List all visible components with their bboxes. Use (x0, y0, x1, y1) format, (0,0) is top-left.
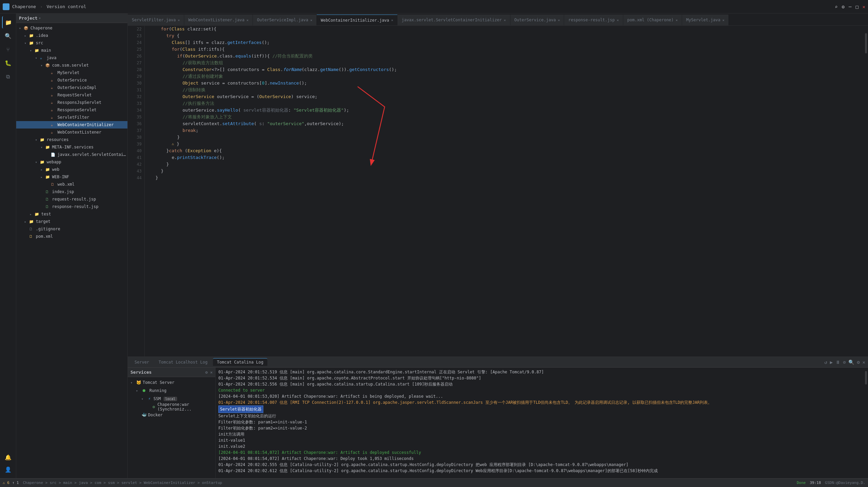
tree-item-javax-servlet[interactable]: ▸ 📄 javax.servlet.ServletContainerInitia… (16, 151, 127, 158)
tree-item-target[interactable]: ▸ 📁 target (16, 218, 127, 225)
tree-item-pom-xml[interactable]: ▸ 🗋 pom.xml (16, 233, 127, 240)
close-tab-myservlet[interactable]: ✕ (722, 18, 724, 22)
main-layout: 📁 🔍 ⑂ 🐛 ⧉ 🔔 👤 Project ▾ ▾ 📦 Chaperone ▸ … (0, 14, 868, 478)
tab-response-result-jsp[interactable]: response-result.jsp ✕ (564, 15, 623, 25)
settings-panel-icon[interactable]: ⚙ (857, 360, 860, 365)
done-status: Done (797, 481, 806, 485)
tab-tomcat-localhost-log[interactable]: Tomcat Localhost Log (154, 358, 212, 366)
service-running[interactable]: ▾ Running (128, 387, 215, 395)
tree-item-myservlet[interactable]: ▸ ☕ MyServlet (16, 69, 127, 76)
maximize-icon[interactable]: □ (855, 4, 858, 9)
console-output[interactable]: 01-Apr-2024 20:01:52.519 信息 [main] org.a… (216, 368, 864, 478)
close-tab-response-result[interactable]: ✕ (617, 18, 619, 22)
console-line-8: Filter初始化参数: param1=>init-value-1 (218, 419, 861, 425)
close-tab-webcontextlistener[interactable]: ✕ (246, 18, 248, 22)
debug-icon[interactable]: 🐛 (2, 57, 14, 69)
resume-icon[interactable]: ▶ (830, 360, 833, 365)
code-line-31: //强制转换 (149, 87, 864, 93)
tree-item-webcontextlistener[interactable]: ▸ ☕ WebContextListener (16, 129, 127, 136)
services-tree[interactable]: ▾ 🐱 Tomcat Server ▾ Running ▾ (128, 377, 215, 478)
tree-item-request-result-jsp[interactable]: ▸ 🗋 request-result.jsp (16, 195, 127, 203)
app-brand[interactable]: Chaperone (12, 4, 36, 9)
code-line-30: Object service = constructors[0].newInst… (149, 80, 864, 87)
tab-server[interactable]: Server (130, 358, 153, 366)
console-line-13: [2024-04-01 08:01:54,072] Artifact Chape… (218, 449, 861, 456)
console-line-11: init-value1 (218, 437, 861, 443)
tree-item-chaperone[interactable]: ▾ 📦 Chaperone (16, 24, 127, 32)
close-tab-outerserviceimpl[interactable]: ✕ (310, 18, 312, 22)
git-icon[interactable]: ⑂ (2, 43, 14, 55)
service-docker[interactable]: ▸ 🐳 Docker (128, 411, 215, 419)
console-scrollbar[interactable] (864, 368, 868, 478)
tree-item-idea[interactable]: ▸ 📁 .idea (16, 32, 127, 39)
code-line-41: e.printStackTrace(); (149, 154, 864, 161)
tab-webcontainerinitializer[interactable]: WebContainerInitializer.java ✕ (317, 15, 397, 25)
tree-item-web-xml[interactable]: ▸ 🗋 web.xml (16, 181, 127, 188)
warning-badge[interactable]: ⚠ 6 (3, 481, 9, 485)
panel-header: Project ▾ (16, 14, 127, 23)
search-icon[interactable]: ⌕ (835, 4, 838, 9)
tree-item-web[interactable]: ▸ 📁 web (16, 166, 127, 173)
tab-javax-servlet[interactable]: javax.servlet.ServletContainerInitialize… (397, 15, 510, 25)
tree-item-servletfilter[interactable]: ▸ ☕ ServletFilter (16, 114, 127, 121)
tab-myservlet[interactable]: MyServlet.java ✕ (682, 15, 729, 25)
restart-icon[interactable]: ↺ (824, 360, 827, 365)
tree-item-outerserviceimpl[interactable]: ▸ ☕ OuterServiceImpl (16, 84, 127, 91)
code-line-37: break; (149, 127, 864, 134)
explorer-icon[interactable]: 📁 (2, 16, 14, 28)
tab-pom-xml[interactable]: pom.xml (Chaperone) ✕ (623, 15, 682, 25)
tree-item-webcontainerinitializer[interactable]: ▸ ☕ WebContainerInitializer (16, 121, 127, 129)
code-viewport[interactable]: 22 23 24 25 26 27 28 29 30 31 32 33 34 3… (128, 26, 868, 356)
tree-item-meta-inf[interactable]: ▾ 📁 META-INF.services (16, 143, 127, 151)
console-line-6: 01-Apr-2024 20:01:54.007 信息 [RMI TCP Con… (218, 399, 861, 405)
tab-webcontextlistener[interactable]: WebContextListener.java ✕ (184, 15, 253, 25)
service-ssm[interactable]: ▾ ⚡ SSM local (128, 395, 215, 403)
service-tomcat-server[interactable]: ▾ 🐱 Tomcat Server (128, 378, 215, 387)
tree-item-java[interactable]: ▾ ☕ java (16, 54, 127, 62)
find-icon[interactable]: 🔍 (2, 30, 14, 42)
clear-icon[interactable]: ⊘ (843, 360, 846, 365)
editor-scrollbar[interactable] (864, 26, 868, 356)
tree-item-resources[interactable]: ▾ 📁 resources (16, 136, 127, 143)
tree-item-main[interactable]: ▾ 📁 main (16, 47, 127, 54)
pause-icon[interactable]: ⏸ (836, 360, 840, 365)
tree-item-response-result-jsp[interactable]: ▸ 🗋 response-result.jsp (16, 203, 127, 210)
settings-icon[interactable]: ⚙ (842, 4, 844, 9)
tree-item-requestservlet[interactable]: ▸ ☕ RequestServlet (16, 91, 127, 99)
close-panel-icon[interactable]: ✕ (863, 360, 865, 365)
console-line-9: Filter初始化参数: param2=>init-value-2 (218, 425, 861, 431)
close-tab-webcontainerinitializer[interactable]: ✕ (391, 18, 393, 22)
search-log-icon[interactable]: 🔍 (848, 360, 854, 365)
tree-item-web-inf[interactable]: ▸ 📁 WEB-INF (16, 173, 127, 181)
code-line-33: //执行服务方法 (149, 100, 864, 107)
services-settings[interactable]: ⚙ ✕ (205, 370, 213, 375)
version-control-menu[interactable]: Version control (47, 4, 86, 9)
tab-servletfilter[interactable]: ServletFilter.java ✕ (128, 15, 184, 25)
tab-outerservice[interactable]: OuterService.java ✕ (510, 15, 564, 25)
tree-item-index-jsp[interactable]: ▸ 🗋 index.jsp (16, 188, 127, 195)
service-chaperone-war[interactable]: ▸ ⚙ Chaperone:war (Synchroniz... (128, 403, 215, 411)
close-icon[interactable]: ✕ (863, 4, 865, 9)
tree-item-ressponsejspservlet[interactable]: ▸ ☕ RessponsJspServlet (16, 99, 127, 106)
close-tab-servletfilter[interactable]: ✕ (178, 18, 180, 22)
tree-item-outerservice[interactable]: ▸ ☕ OuterService (16, 76, 127, 84)
close-tab-pom[interactable]: ✕ (676, 18, 678, 22)
tree-item-com-ssm-servlet[interactable]: ▾ 📦 com.ssm.servlet (16, 62, 127, 69)
close-tab-outerservice[interactable]: ✕ (558, 18, 560, 22)
tab-outerserviceimpl[interactable]: OuterServiceImpl.java ✕ (253, 15, 317, 25)
console-line-12: init.value2 (218, 443, 861, 449)
account-icon[interactable]: 👤 (2, 463, 14, 476)
minimize-icon[interactable]: ─ (849, 4, 851, 9)
close-tab-javax-servlet[interactable]: ✕ (504, 18, 506, 22)
notifications-icon[interactable]: 🔔 (2, 451, 14, 463)
extensions-icon[interactable]: ⧉ (2, 70, 14, 83)
tree-item-ressponseservlet[interactable]: ▸ ☕ RessponseServlet (16, 106, 127, 114)
tree-item-src[interactable]: ▾ 📁 src (16, 39, 127, 47)
tree-item-webapp[interactable]: ▾ 📁 webapp (16, 158, 127, 166)
tree-item-gitignore[interactable]: ▸ 🗋 .gitignore (16, 225, 127, 233)
tab-tomcat-catalina-log[interactable]: Tomcat Catalina Log (213, 358, 267, 366)
tree-item-test[interactable]: ▸ 📁 test (16, 210, 127, 218)
project-tree[interactable]: ▾ 📦 Chaperone ▸ 📁 .idea ▾ 📁 src ▾ 📁 main… (16, 23, 127, 478)
code-content[interactable]: for(Class clazz:set){ try { Class[] itfs… (145, 26, 864, 356)
title-bar-left: Chaperone › Version control (3, 3, 86, 10)
